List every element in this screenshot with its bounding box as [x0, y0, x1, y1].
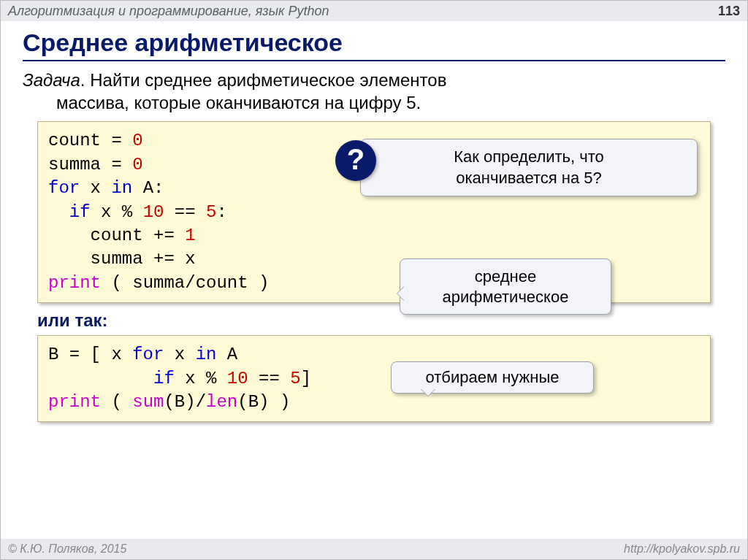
- callout2-line1: среднее: [475, 267, 536, 285]
- page-number: 113: [718, 1, 740, 21]
- task-line1: . Найти среднее арифметическое элементов: [80, 70, 447, 90]
- slide: Алгоритмизация и программирование, язык …: [0, 0, 748, 560]
- code-block-2: B = [ x for x in A if x % 10 == 5] print…: [37, 335, 711, 422]
- callout1-line1: Как определить, что: [454, 147, 604, 166]
- task-line2: массива, которые оканчиваются на цифру 5…: [23, 91, 725, 114]
- callout2-line2: арифметическое: [443, 288, 569, 306]
- callout1-line2: оканчивается на 5?: [456, 169, 601, 187]
- callout-average: среднее арифметическое: [400, 258, 611, 315]
- header-bar: Алгоритмизация и программирование, язык …: [1, 1, 747, 21]
- footer-left: © К.Ю. Поляков, 2015: [8, 542, 126, 555]
- callout3-text: отбираем нужные: [426, 368, 560, 386]
- task-text: Задача. Найти среднее арифметическое эле…: [23, 69, 725, 114]
- content: Среднее арифметическое Задача. Найти сре…: [1, 21, 747, 422]
- or-label: или так:: [37, 310, 725, 331]
- callout-question: Как определить, что оканчивается на 5?: [360, 139, 698, 196]
- slide-title: Среднее арифметическое: [23, 28, 725, 61]
- footer-right: http://kpolyakov.spb.ru: [624, 539, 740, 559]
- footer: © К.Ю. Поляков, 2015 http://kpolyakov.sp…: [1, 539, 747, 559]
- header-subject: Алгоритмизация и программирование, язык …: [8, 4, 329, 18]
- callout-filter: отбираем нужные: [391, 361, 594, 394]
- question-mark-icon: ?: [335, 140, 376, 181]
- task-label: Задача: [23, 70, 80, 90]
